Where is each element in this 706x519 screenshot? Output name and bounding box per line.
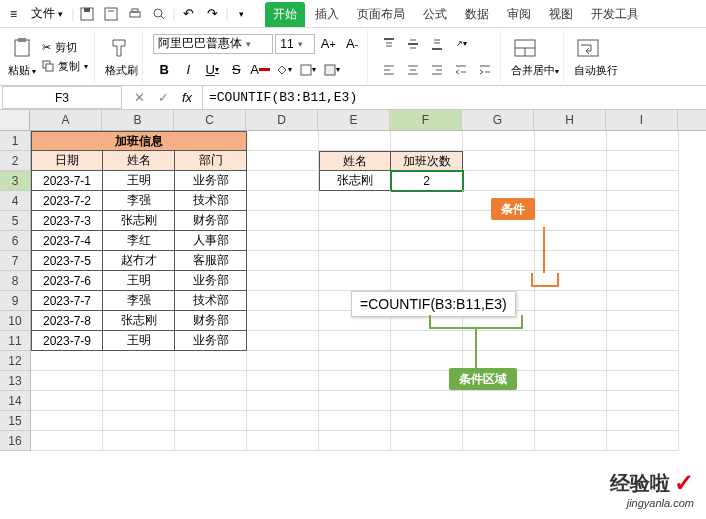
table-title[interactable]: 加班信息	[31, 131, 247, 151]
cell[interactable]	[535, 291, 607, 311]
summary-count-hdr[interactable]: 加班次数	[391, 151, 463, 171]
wrap-button[interactable]: 自动换行	[574, 35, 618, 78]
cell[interactable]	[31, 391, 103, 411]
cell[interactable]	[607, 411, 679, 431]
cell[interactable]	[607, 351, 679, 371]
cell[interactable]	[391, 391, 463, 411]
cell[interactable]	[31, 351, 103, 371]
cell[interactable]: 王明	[103, 331, 175, 351]
cell[interactable]	[31, 371, 103, 391]
italic-button[interactable]: I	[177, 59, 199, 81]
undo-icon[interactable]: ↶	[178, 3, 200, 25]
row-header[interactable]: 8	[0, 271, 30, 291]
cell[interactable]: 2023-7-8	[31, 311, 103, 331]
cell[interactable]: 业务部	[175, 331, 247, 351]
row-header[interactable]: 2	[0, 151, 30, 171]
cell[interactable]	[535, 171, 607, 191]
row-header[interactable]: 6	[0, 231, 30, 251]
cell[interactable]	[319, 431, 391, 451]
cell[interactable]: 2023-7-7	[31, 291, 103, 311]
cell[interactable]: 2023-7-2	[31, 191, 103, 211]
cell[interactable]: 技术部	[175, 191, 247, 211]
cell-style-button[interactable]: ▾	[321, 59, 343, 81]
cell[interactable]	[607, 431, 679, 451]
align-middle-icon[interactable]	[402, 33, 424, 55]
cell[interactable]	[463, 151, 535, 171]
save-as-icon[interactable]	[100, 3, 122, 25]
cell[interactable]	[319, 191, 391, 211]
align-center-icon[interactable]	[402, 59, 424, 81]
align-left-icon[interactable]	[378, 59, 400, 81]
cell[interactable]: 技术部	[175, 291, 247, 311]
col-header[interactable]: B	[102, 110, 174, 130]
cell[interactable]	[463, 171, 535, 191]
bold-button[interactable]: B	[153, 59, 175, 81]
font-name-combo[interactable]: 阿里巴巴普惠体▾	[153, 34, 273, 54]
cell[interactable]	[103, 391, 175, 411]
col-header[interactable]: I	[606, 110, 678, 130]
cell[interactable]	[391, 271, 463, 291]
row-header[interactable]: 11	[0, 331, 30, 351]
cell[interactable]: 财务部	[175, 311, 247, 331]
cell[interactable]	[247, 331, 319, 351]
tab-insert[interactable]: 插入	[307, 2, 347, 27]
cell[interactable]: 2023-7-6	[31, 271, 103, 291]
cell[interactable]	[391, 131, 463, 151]
col-header[interactable]: D	[246, 110, 318, 130]
cell[interactable]	[535, 251, 607, 271]
cell[interactable]	[247, 391, 319, 411]
font-size-combo[interactable]: 11▾	[275, 34, 315, 54]
cell[interactable]	[535, 311, 607, 331]
cell[interactable]	[103, 371, 175, 391]
cell[interactable]	[535, 411, 607, 431]
cell[interactable]: 财务部	[175, 211, 247, 231]
cell[interactable]	[319, 271, 391, 291]
cell[interactable]	[607, 311, 679, 331]
col-header-dept[interactable]: 部门	[175, 151, 247, 171]
cell-grid[interactable]: 加班信息 日期 姓名 部门 姓名 加班次数 2023-7-1 王明 业务部 张志…	[31, 131, 679, 451]
cell[interactable]	[175, 351, 247, 371]
cell[interactable]	[607, 191, 679, 211]
cell[interactable]	[175, 411, 247, 431]
row-header[interactable]: 13	[0, 371, 30, 391]
cell[interactable]	[247, 251, 319, 271]
tab-data[interactable]: 数据	[457, 2, 497, 27]
merge-button[interactable]: 合并居中▾	[511, 35, 559, 78]
col-header[interactable]: E	[318, 110, 390, 130]
row-header[interactable]: 5	[0, 211, 30, 231]
accept-icon[interactable]: ✓	[152, 87, 174, 109]
select-all-corner[interactable]	[0, 110, 30, 130]
cell[interactable]	[247, 191, 319, 211]
cell[interactable]	[391, 191, 463, 211]
align-bottom-icon[interactable]	[426, 33, 448, 55]
border-button[interactable]: ▾	[297, 59, 319, 81]
tab-review[interactable]: 审阅	[499, 2, 539, 27]
tab-dev[interactable]: 开发工具	[583, 2, 647, 27]
cell[interactable]	[391, 231, 463, 251]
cell[interactable]: 赵冇才	[103, 251, 175, 271]
tab-home[interactable]: 开始	[265, 2, 305, 27]
redo-icon[interactable]: ↷	[202, 3, 224, 25]
cell[interactable]	[31, 411, 103, 431]
cell[interactable]	[247, 351, 319, 371]
align-right-icon[interactable]	[426, 59, 448, 81]
cell[interactable]	[463, 251, 535, 271]
align-top-icon[interactable]	[378, 33, 400, 55]
cell[interactable]: 张志刚	[103, 311, 175, 331]
print-preview-icon[interactable]	[148, 3, 170, 25]
row-header[interactable]: 15	[0, 411, 30, 431]
cut-button[interactable]: ✂剪切	[40, 39, 90, 56]
cell[interactable]: 业务部	[175, 171, 247, 191]
cell[interactable]	[103, 411, 175, 431]
cell[interactable]	[535, 371, 607, 391]
cell[interactable]	[535, 231, 607, 251]
orientation-icon[interactable]: ↗▾	[450, 33, 472, 55]
cell[interactable]: 2023-7-5	[31, 251, 103, 271]
underline-button[interactable]: U▾	[201, 59, 223, 81]
cell[interactable]	[607, 371, 679, 391]
cell[interactable]	[535, 391, 607, 411]
row-header[interactable]: 3	[0, 171, 30, 191]
cell[interactable]	[247, 211, 319, 231]
cell[interactable]: 2023-7-1	[31, 171, 103, 191]
decrease-font-icon[interactable]: A-	[341, 33, 363, 55]
